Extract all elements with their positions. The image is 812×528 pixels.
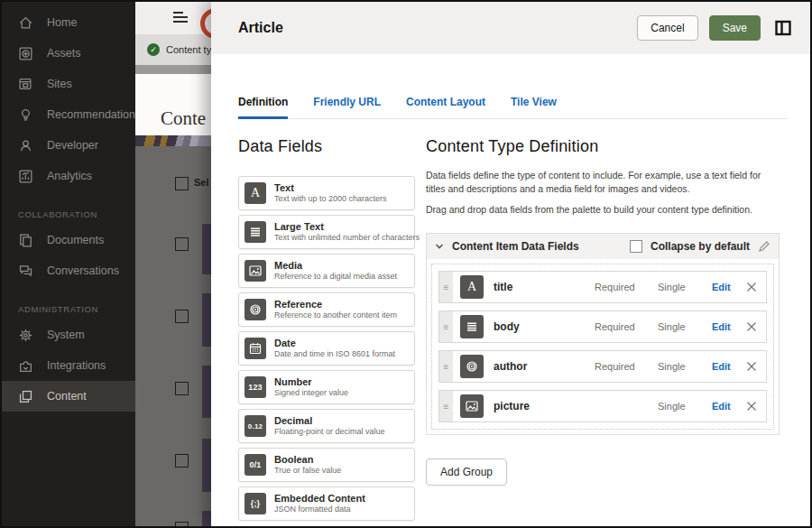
remove-field-icon[interactable] (746, 321, 757, 332)
edit-group-pencil-icon[interactable] (758, 240, 770, 253)
assets-icon (18, 46, 33, 61)
text-field-icon: A (460, 275, 484, 299)
palette-item-desc: Text with up to 2000 characters (274, 194, 387, 204)
sidebar-item-conversations[interactable]: Conversations (2, 255, 135, 286)
palette-item-name: Reference (274, 299, 397, 310)
palette-item-text[interactable]: A TextText with up to 2000 characters (238, 176, 415, 210)
sidebar-section-administration: ADMINISTRATION (2, 286, 135, 320)
sidebar-item-recommendations[interactable]: Recommendations (2, 99, 135, 130)
edit-field-link[interactable]: Edit (712, 361, 741, 372)
embedded-content-field-icon: {;} (245, 493, 266, 514)
palette-item-name: Text (274, 182, 387, 194)
content-icon (18, 389, 33, 404)
palette-item-boolean[interactable]: 0/1 BooleanTrue or false value (238, 448, 415, 482)
reference-field-icon (245, 299, 266, 320)
collapse-by-default-checkbox[interactable] (630, 240, 642, 253)
field-name: body (494, 320, 595, 333)
drag-handle-icon[interactable]: ≡ (439, 391, 453, 421)
palette-item-number[interactable]: 123 NumberSigned integer value (238, 370, 415, 404)
palette-item-date[interactable]: DateDate and time in ISO 8601 format (238, 331, 415, 366)
sites-icon (18, 77, 33, 92)
dim-scrim: Sel (135, 146, 211, 526)
field-required-badge: Required (595, 361, 647, 372)
sidebar-item-label: Integrations (47, 359, 106, 372)
recommendations-icon (18, 107, 33, 123)
row-checkbox[interactable] (175, 237, 189, 251)
row-checkbox[interactable] (175, 382, 189, 395)
palette-item-media[interactable]: MediaReference to a digital media asset (238, 254, 415, 288)
sidebar-item-assets[interactable]: Assets (2, 38, 135, 69)
edit-field-link[interactable]: Edit (712, 321, 741, 332)
sidebar-item-sites[interactable]: Sites (2, 69, 135, 99)
sidebar-item-developer[interactable]: Developer (2, 130, 135, 161)
edit-field-link[interactable]: Edit (712, 401, 741, 412)
field-arity-badge: Single (658, 361, 699, 372)
content-type-tile-edge (202, 511, 211, 526)
tab-tile-view[interactable]: Tile View (511, 96, 557, 118)
success-toast: ✓ Content typ (135, 34, 211, 65)
remove-field-icon[interactable] (746, 361, 757, 372)
field-drop-zone: ≡ A title Required Single Edit ≡ body Re… (431, 264, 774, 430)
sidebar-item-content[interactable]: Content (2, 381, 135, 412)
palette-item-name: Number (274, 376, 348, 388)
sidebar-item-analytics[interactable]: Analytics (2, 161, 135, 191)
save-button[interactable]: Save (709, 15, 761, 41)
palette-item-desc: Date and time in ISO 8601 format (274, 349, 395, 359)
palette-item-large-text[interactable]: Large TextText with unlimited number of … (238, 215, 415, 249)
content-type-definition: Content Type Definition Data fields defi… (426, 137, 780, 486)
sidebar-item-label: Sites (47, 78, 72, 90)
sidebar-item-label: Home (47, 16, 77, 29)
content-type-tile-edge (202, 439, 211, 492)
number-field-icon: 123 (245, 376, 266, 398)
integrations-icon (18, 358, 33, 374)
text-field-icon: A (245, 182, 266, 204)
add-group-button[interactable]: Add Group (426, 459, 507, 486)
remove-field-icon[interactable] (746, 401, 757, 412)
sidebar-item-home[interactable]: Home (2, 7, 135, 38)
media-field-icon (460, 394, 484, 418)
edit-field-link[interactable]: Edit (712, 282, 741, 292)
toast-shadow-band (135, 65, 211, 74)
success-check-icon: ✓ (147, 43, 160, 56)
field-arity-badge: Single (658, 401, 699, 412)
content-type-tile-edge (202, 224, 211, 274)
row-checkbox[interactable] (175, 310, 189, 323)
field-row-picture: ≡ picture Single Edit (438, 390, 767, 422)
palette-item-desc: True or false value (274, 466, 341, 476)
select-all-label: Sel (194, 177, 209, 188)
cancel-button[interactable]: Cancel (637, 15, 697, 41)
field-required-badge: Required (595, 321, 647, 332)
remove-field-icon[interactable] (746, 282, 757, 292)
tab-definition[interactable]: Definition (238, 96, 288, 119)
background-page-title: Conte (161, 107, 206, 130)
drag-handle-icon[interactable]: ≡ (439, 351, 453, 382)
tab-friendly-url[interactable]: Friendly URL (313, 96, 381, 118)
palette-item-name: Media (274, 260, 397, 272)
sidebar-item-integrations[interactable]: Integrations (2, 350, 135, 381)
palette-item-desc: Reference to a digital media asset (274, 272, 397, 282)
definition-description-2: Drag and drop data fields from the palet… (426, 203, 780, 217)
tab-content-layout[interactable]: Content Layout (406, 96, 485, 118)
group-title: Content Item Data Fields (452, 240, 579, 253)
app-topbar (135, 2, 211, 34)
sidebar-item-documents[interactable]: Documents (2, 225, 135, 255)
select-all-checkbox[interactable] (175, 177, 189, 190)
panel-tabs: Definition Friendly URL Content Layout T… (238, 96, 789, 119)
sidebar-item-system[interactable]: System (2, 320, 135, 350)
side-panel-toggle-icon[interactable] (774, 19, 792, 37)
hamburger-menu-icon[interactable] (173, 12, 188, 25)
drag-handle-icon[interactable]: ≡ (439, 272, 453, 302)
row-checkbox[interactable] (175, 454, 189, 468)
dimmed-background-page: ✓ Content typ Conte Sel (135, 2, 211, 526)
chevron-down-icon[interactable] (435, 242, 444, 251)
palette-item-embedded-content[interactable]: {;} Embedded ContentJSON formatted data (238, 486, 415, 521)
palette-item-decimal[interactable]: 0.12 DecimalFloating-point or decimal va… (238, 409, 415, 443)
palette-item-reference[interactable]: ReferenceReference to another content it… (238, 292, 415, 327)
field-name: picture (494, 400, 595, 412)
decorative-stripe-banner (135, 135, 211, 146)
row-checkbox[interactable] (175, 522, 189, 526)
boolean-field-icon: 0/1 (245, 454, 266, 476)
field-name: title (494, 281, 595, 293)
content-type-tile-edge (202, 293, 211, 347)
drag-handle-icon[interactable]: ≡ (439, 311, 453, 342)
